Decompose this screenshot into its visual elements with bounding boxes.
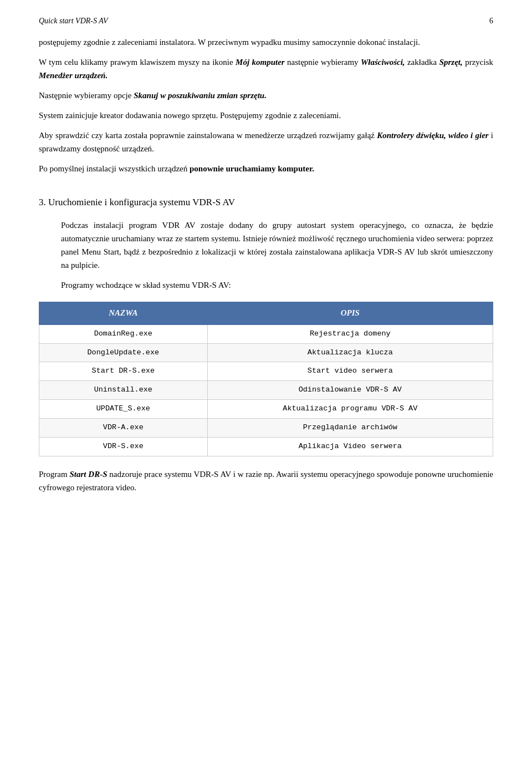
table-header: NAZWA OPIS: [39, 302, 493, 324]
programs-label: Programy wchodzące w skład systemu VDR-S…: [61, 278, 493, 292]
table-cell-opis-7: Aplikacja Video serwera: [207, 438, 493, 456]
paragraph-6: Po pomyślnej instalacji wszystkich urząd…: [39, 162, 493, 175]
table-cell-name-2: DongleUpdate.exe: [39, 343, 208, 362]
p2-wlasciwosci: Właściwości,: [361, 58, 405, 67]
section3-paragraph-1: Podczas instalacji program VDR AV zostaj…: [61, 219, 493, 272]
table-cell-opis-3: Start video serwera: [207, 362, 493, 381]
main-content: postępujemy zgodnie z zaleceniami instal…: [39, 35, 493, 494]
p2-part1: W tym celu klikamy prawym klawiszem mysz…: [39, 58, 236, 67]
table-row: DomainReg.exe Rejestracja domeny: [39, 324, 493, 343]
header-title: Quick start VDR-S AV: [39, 17, 108, 26]
p6-part1: Po pomyślnej instalacji wszystkich urząd…: [39, 164, 190, 173]
p2-sprzet: Sprzęt,: [439, 58, 463, 67]
s3p1-text: Podczas instalacji program VDR AV zostaj…: [61, 221, 493, 270]
p6-bold: ponownie uruchamiamy komputer.: [190, 164, 314, 173]
p3-part1: Następnie wybieramy opcje: [39, 91, 134, 100]
table-row: Start DR-S.exe Start video serwera: [39, 362, 493, 381]
table-cell-opis-1: Rejestracja domeny: [207, 324, 493, 343]
fp1-part1: Program: [39, 470, 70, 479]
programs-table: NAZWA OPIS DomainReg.exe Rejestracja dom…: [39, 302, 493, 456]
table-cell-opis-5: Aktualizacja programu VDR-S AV: [207, 400, 493, 419]
table-row: VDR-A.exe Przeglądanie archiwów: [39, 419, 493, 438]
p2-part4: przycisk: [463, 58, 493, 67]
paragraph-1: postępujemy zgodnie z zaleceniami instal…: [39, 35, 493, 49]
p2-part2: następnie wybieramy: [285, 58, 361, 67]
table-cell-opis-2: Aktualizacja klucza: [207, 343, 493, 362]
page-container: Quick start VDR-S AV 6 postępujemy zgodn…: [0, 0, 532, 523]
p4-text: System zainicjuje kreator dodawania nowe…: [39, 111, 341, 120]
header-page-number: 6: [489, 17, 493, 26]
paragraph-2: W tym celu klikamy prawym klawiszem mysz…: [39, 55, 493, 82]
table-body: DomainReg.exe Rejestracja domeny DongleU…: [39, 324, 493, 456]
table-row: DongleUpdate.exe Aktualizacja klucza: [39, 343, 493, 362]
table-cell-name-6: VDR-A.exe: [39, 419, 208, 438]
s3p2-text: Programy wchodzące w skład systemu VDR-S…: [61, 281, 231, 290]
table-cell-name-3: Start DR-S.exe: [39, 362, 208, 381]
table-row: VDR-S.exe Aplikacja Video serwera: [39, 438, 493, 456]
section-3-title: Uruchomienie i konfiguracja systemu VDR-…: [48, 197, 235, 207]
p1-text: postępujemy zgodnie z zaleceniami instal…: [39, 38, 420, 47]
table-col-opis: OPIS: [207, 302, 493, 324]
table-cell-name-1: DomainReg.exe: [39, 324, 208, 343]
table-cell-name-7: VDR-S.exe: [39, 438, 208, 456]
table-row: UPDATE_S.exe Aktualizacja programu VDR-S…: [39, 400, 493, 419]
paragraph-3: Następnie wybieramy opcje Skanuj w poszu…: [39, 89, 493, 102]
table-header-row: NAZWA OPIS: [39, 302, 493, 324]
fp1-start-drs: Start DR-S: [70, 470, 108, 479]
section-3-heading: 3. Uruchomienie i konfiguracja systemu V…: [39, 195, 493, 210]
footer-paragraph-1: Program Start DR-S nadzoruje prace syste…: [39, 468, 493, 494]
p3-skanuj: Skanuj w poszukiwaniu zmian sprzętu.: [134, 91, 267, 100]
p5-part1: Aby sprawdzić czy karta została poprawni…: [39, 131, 377, 140]
paragraph-5: Aby sprawdzić czy karta została poprawni…: [39, 129, 493, 155]
table-row: Uninstall.exe Odinstalowanie VDR-S AV: [39, 381, 493, 400]
p2-menedzer: Menedżer urządzeń.: [39, 71, 108, 80]
fp1-part2: nadzoruje prace systemu VDR-S AV i w raz…: [39, 470, 493, 492]
section-3-number: 3.: [39, 197, 46, 207]
table-cell-opis-4: Odinstalowanie VDR-S AV: [207, 381, 493, 400]
p2-moj-komputer: Mój komputer: [236, 58, 285, 67]
p5-kontrolery: Kontrolery dźwięku, wideo i gier: [377, 131, 488, 140]
p2-part3: zakładka: [405, 58, 439, 67]
paragraph-4: System zainicjuje kreator dodawania nowe…: [39, 109, 493, 122]
page-header: Quick start VDR-S AV 6: [39, 17, 493, 26]
table-col-nazwa: NAZWA: [39, 302, 208, 324]
table-cell-opis-6: Przeglądanie archiwów: [207, 419, 493, 438]
table-cell-name-4: Uninstall.exe: [39, 381, 208, 400]
table-cell-name-5: UPDATE_S.exe: [39, 400, 208, 419]
